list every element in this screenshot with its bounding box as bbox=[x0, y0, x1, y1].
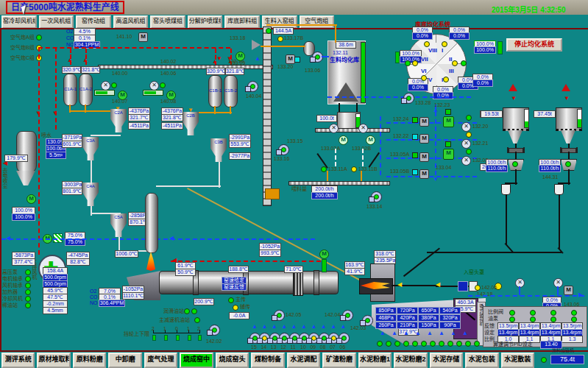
homog-pct-sp[interactable]: 100.0% bbox=[474, 46, 496, 54]
datetime: 2015年3月5日 4:32:50 bbox=[492, 4, 566, 15]
top-menu-button[interactable]: 高温风机组 bbox=[113, 15, 149, 29]
route-valve[interactable]: M bbox=[419, 117, 429, 127]
gearbox-lube-label: 主减速机油站 bbox=[159, 317, 190, 323]
main-route-valve[interactable]: M bbox=[443, 116, 454, 127]
grate-chamber-value: 468Pa bbox=[375, 314, 397, 322]
feeder1-flow-sp[interactable]: 110.0t/h bbox=[486, 165, 508, 172]
cooling-air-arrow: ▲ bbox=[272, 324, 277, 330]
conditioning-tower bbox=[16, 131, 37, 172]
top-menu-button[interactable]: 分解炉喷煤组 bbox=[188, 15, 223, 29]
bottom-menu-button[interactable]: 原料粉磨 bbox=[73, 353, 106, 368]
cooling-air-arrow: ▲ bbox=[291, 324, 297, 330]
feeder2-flow-sp[interactable]: 110.0t/h bbox=[539, 165, 561, 172]
vent-valve[interactable]: M bbox=[564, 286, 573, 295]
damper1-setpoint[interactable]: 100.0% bbox=[12, 213, 35, 221]
spray-sp3[interactable]: 5.5m³ bbox=[46, 152, 66, 159]
homog-pct-sp[interactable]: 0.0% bbox=[472, 79, 493, 87]
lube-indicator bbox=[194, 317, 200, 323]
fuel-valve[interactable] bbox=[458, 281, 468, 291]
route-valve[interactable]: M bbox=[419, 134, 429, 144]
damper-motor-1[interactable]: M bbox=[26, 194, 36, 204]
bottom-menu-button[interactable]: 水泥包装 bbox=[465, 353, 498, 368]
sector-label: VI bbox=[421, 68, 427, 74]
fan-140-04[interactable] bbox=[247, 81, 258, 92]
bottom-menu-button[interactable]: 煤粉制备 bbox=[251, 353, 284, 368]
slide-valve-a[interactable]: M bbox=[339, 135, 348, 145]
tag-133-05a: 133.05A bbox=[390, 152, 409, 158]
cooling-air-arrow: ▲ bbox=[281, 324, 287, 330]
cooling-air-arrow: ▲ bbox=[330, 324, 336, 330]
bottom-menu-button[interactable]: 水泥粉磨1 bbox=[358, 353, 392, 368]
cooling-air-arrow: ▲ bbox=[427, 330, 433, 336]
bottom-menu-button[interactable]: 水泥粉磨2 bbox=[394, 353, 427, 368]
fan-indicator bbox=[466, 132, 472, 138]
fan-142-02[interactable] bbox=[209, 325, 220, 336]
fan-132-21[interactable]: ✕ bbox=[461, 139, 471, 149]
gas-arrow-down: ▼ bbox=[35, 110, 41, 116]
slide-valve-b[interactable]: M bbox=[366, 135, 375, 145]
bottom-menu-button[interactable]: 水泥存储 bbox=[430, 353, 463, 368]
bottom-menu-button[interactable]: 水泥散装 bbox=[501, 353, 534, 368]
motor-valve-141-10[interactable]: M bbox=[138, 32, 148, 42]
cooling-air-arrow: ▲ bbox=[261, 324, 267, 330]
top-menu-button[interactable]: 窑冷却风机组 bbox=[1, 15, 37, 29]
bottom-menu-button[interactable]: 测评系统 bbox=[1, 353, 35, 368]
head-temp2: 41.9℃ bbox=[344, 268, 365, 275]
cooling-air-arrow: ▲ bbox=[392, 330, 397, 336]
sector-label: I bbox=[442, 47, 443, 54]
top-menu-button[interactable]: 一次风机组 bbox=[39, 15, 74, 29]
homog-pct-sp[interactable]: 0.0% bbox=[449, 32, 470, 40]
fan-132-20[interactable]: ✕ bbox=[461, 122, 471, 132]
head-note: 入窑头罩 bbox=[464, 269, 484, 275]
bottom-menu-button[interactable]: 烧成窑中 bbox=[180, 353, 213, 368]
silo-level-value: 38.6m bbox=[336, 41, 356, 49]
fan-142-03[interactable] bbox=[362, 315, 373, 326]
bottom-menu: 测评系统原材堆取料原料粉磨中卸磨废气处理烧成窑中烧成窑头煤粉制备水泥调配矿渣粉磨… bbox=[1, 353, 534, 368]
feed-flow-sp[interactable]: 200.0t/h bbox=[311, 192, 338, 199]
bottom-menu-button[interactable]: 水泥调配 bbox=[287, 353, 320, 368]
bottom-menu-button[interactable]: 废气处理 bbox=[144, 353, 177, 368]
fan-status-indicator bbox=[25, 296, 31, 302]
fan-142-04[interactable] bbox=[342, 310, 353, 321]
secondary-air-line bbox=[171, 261, 321, 262]
spray-label: 喷水 bbox=[41, 132, 52, 138]
route-valve[interactable]: M bbox=[419, 152, 429, 162]
homog-pct-sp[interactable]: 0.0% bbox=[408, 84, 428, 91]
tag-133-05b: 133.05B bbox=[390, 169, 409, 174]
valve-position-bar bbox=[322, 259, 327, 272]
cooler-drive-indicator bbox=[403, 341, 409, 347]
top-menu-button[interactable]: 窑传动组 bbox=[76, 15, 111, 29]
oil-pump-label: 油泵 bbox=[488, 316, 498, 322]
cyclone-c1a2: C1A-2 bbox=[79, 74, 93, 106]
bottom-menu-button[interactable]: 中卸磨 bbox=[108, 353, 141, 368]
oil-pump-indicator bbox=[571, 316, 577, 322]
air-slide-fan-b[interactable]: ✕ bbox=[358, 124, 368, 133]
bottom-menu-button[interactable]: 烧成窑头 bbox=[216, 353, 249, 368]
top-menu-button[interactable]: 空气炮组 bbox=[300, 15, 335, 29]
head-valve-motor[interactable]: M bbox=[319, 250, 329, 259]
top-menu-button[interactable]: 窑头喷煤组 bbox=[150, 15, 185, 29]
fan-142-06-tag: 142.06 bbox=[481, 285, 497, 291]
route-valve[interactable]: M bbox=[419, 169, 429, 179]
cooler-fan-06[interactable] bbox=[339, 333, 350, 344]
fan-133-14[interactable] bbox=[371, 191, 382, 202]
homog-pct-sp[interactable]: 100.0% bbox=[400, 56, 422, 63]
stop-homog-button[interactable]: 停止均化系统 bbox=[506, 38, 562, 52]
homog-pct-sp[interactable]: 0.0% bbox=[412, 32, 433, 40]
bottom-menu-button[interactable]: 矿渣粉磨 bbox=[322, 353, 355, 368]
line-blower-133-28[interactable] bbox=[403, 93, 414, 104]
air-slide-fan-a[interactable]: ✕ bbox=[329, 124, 339, 133]
top-menu-button[interactable]: 库底卸料组 bbox=[224, 15, 260, 29]
homog-pct-sp[interactable]: 0.0% bbox=[433, 92, 453, 99]
gas2-o2-label: O2 bbox=[90, 289, 96, 294]
fan-142-05[interactable] bbox=[274, 310, 285, 321]
main-route-valve[interactable]: M bbox=[443, 149, 454, 160]
bottom-menu-button[interactable]: 原材堆取料 bbox=[37, 353, 70, 368]
fan-status-label: 高压泵 bbox=[2, 269, 18, 275]
c2b-pressure2: -4511Pa bbox=[161, 122, 183, 130]
fan-132-02[interactable]: ✕ bbox=[461, 156, 471, 166]
lube-indicator bbox=[191, 308, 197, 314]
smoke-chamber-temp: 1110.1℃ bbox=[122, 292, 144, 300]
elevator-current: 144.5A bbox=[273, 27, 294, 35]
dust-fan[interactable] bbox=[278, 144, 289, 155]
